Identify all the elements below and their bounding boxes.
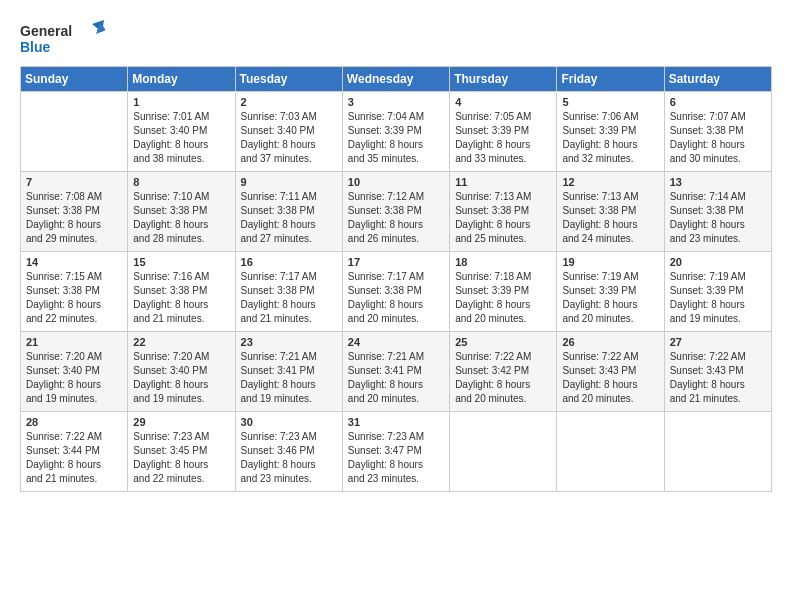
day-info: Sunrise: 7:22 AMSunset: 3:42 PMDaylight:… (455, 350, 551, 406)
day-info: Sunrise: 7:21 AMSunset: 3:41 PMDaylight:… (241, 350, 337, 406)
day-number: 16 (241, 256, 337, 268)
calendar-cell: 7Sunrise: 7:08 AMSunset: 3:38 PMDaylight… (21, 172, 128, 252)
day-info: Sunrise: 7:23 AMSunset: 3:45 PMDaylight:… (133, 430, 229, 486)
calendar-cell: 6Sunrise: 7:07 AMSunset: 3:38 PMDaylight… (664, 92, 771, 172)
day-info: Sunrise: 7:11 AMSunset: 3:38 PMDaylight:… (241, 190, 337, 246)
logo: General Blue (20, 20, 105, 58)
day-number: 7 (26, 176, 122, 188)
day-number: 9 (241, 176, 337, 188)
weekday-header-row: SundayMondayTuesdayWednesdayThursdayFrid… (21, 67, 772, 92)
day-info: Sunrise: 7:04 AMSunset: 3:39 PMDaylight:… (348, 110, 444, 166)
day-info: Sunrise: 7:22 AMSunset: 3:43 PMDaylight:… (562, 350, 658, 406)
calendar-cell (450, 412, 557, 492)
day-number: 19 (562, 256, 658, 268)
day-number: 25 (455, 336, 551, 348)
calendar-cell: 19Sunrise: 7:19 AMSunset: 3:39 PMDayligh… (557, 252, 664, 332)
day-number: 11 (455, 176, 551, 188)
calendar-cell: 18Sunrise: 7:18 AMSunset: 3:39 PMDayligh… (450, 252, 557, 332)
day-info: Sunrise: 7:05 AMSunset: 3:39 PMDaylight:… (455, 110, 551, 166)
day-number: 24 (348, 336, 444, 348)
calendar-table: SundayMondayTuesdayWednesdayThursdayFrid… (20, 66, 772, 492)
day-number: 27 (670, 336, 766, 348)
day-info: Sunrise: 7:23 AMSunset: 3:46 PMDaylight:… (241, 430, 337, 486)
day-number: 13 (670, 176, 766, 188)
day-number: 26 (562, 336, 658, 348)
weekday-header-friday: Friday (557, 67, 664, 92)
day-info: Sunrise: 7:13 AMSunset: 3:38 PMDaylight:… (562, 190, 658, 246)
calendar-cell: 31Sunrise: 7:23 AMSunset: 3:47 PMDayligh… (342, 412, 449, 492)
day-number: 6 (670, 96, 766, 108)
day-number: 31 (348, 416, 444, 428)
calendar-week-row: 14Sunrise: 7:15 AMSunset: 3:38 PMDayligh… (21, 252, 772, 332)
weekday-header-sunday: Sunday (21, 67, 128, 92)
weekday-header-thursday: Thursday (450, 67, 557, 92)
day-info: Sunrise: 7:20 AMSunset: 3:40 PMDaylight:… (26, 350, 122, 406)
day-number: 23 (241, 336, 337, 348)
page-container: General Blue SundayMondayTuesdayWednesda… (20, 20, 772, 492)
calendar-cell: 8Sunrise: 7:10 AMSunset: 3:38 PMDaylight… (128, 172, 235, 252)
calendar-cell: 14Sunrise: 7:15 AMSunset: 3:38 PMDayligh… (21, 252, 128, 332)
calendar-cell: 13Sunrise: 7:14 AMSunset: 3:38 PMDayligh… (664, 172, 771, 252)
day-info: Sunrise: 7:22 AMSunset: 3:44 PMDaylight:… (26, 430, 122, 486)
calendar-week-row: 1Sunrise: 7:01 AMSunset: 3:40 PMDaylight… (21, 92, 772, 172)
calendar-cell: 9Sunrise: 7:11 AMSunset: 3:38 PMDaylight… (235, 172, 342, 252)
calendar-cell: 15Sunrise: 7:16 AMSunset: 3:38 PMDayligh… (128, 252, 235, 332)
calendar-week-row: 28Sunrise: 7:22 AMSunset: 3:44 PMDayligh… (21, 412, 772, 492)
calendar-cell: 4Sunrise: 7:05 AMSunset: 3:39 PMDaylight… (450, 92, 557, 172)
calendar-cell: 30Sunrise: 7:23 AMSunset: 3:46 PMDayligh… (235, 412, 342, 492)
day-number: 20 (670, 256, 766, 268)
day-info: Sunrise: 7:17 AMSunset: 3:38 PMDaylight:… (241, 270, 337, 326)
calendar-cell: 21Sunrise: 7:20 AMSunset: 3:40 PMDayligh… (21, 332, 128, 412)
day-info: Sunrise: 7:12 AMSunset: 3:38 PMDaylight:… (348, 190, 444, 246)
svg-text:Blue: Blue (20, 39, 51, 55)
calendar-week-row: 21Sunrise: 7:20 AMSunset: 3:40 PMDayligh… (21, 332, 772, 412)
day-number: 29 (133, 416, 229, 428)
day-number: 21 (26, 336, 122, 348)
svg-text:General: General (20, 23, 72, 39)
day-number: 10 (348, 176, 444, 188)
calendar-cell: 12Sunrise: 7:13 AMSunset: 3:38 PMDayligh… (557, 172, 664, 252)
header: General Blue (20, 20, 772, 58)
day-number: 2 (241, 96, 337, 108)
day-info: Sunrise: 7:16 AMSunset: 3:38 PMDaylight:… (133, 270, 229, 326)
calendar-cell (664, 412, 771, 492)
day-number: 14 (26, 256, 122, 268)
day-info: Sunrise: 7:23 AMSunset: 3:47 PMDaylight:… (348, 430, 444, 486)
day-number: 28 (26, 416, 122, 428)
calendar-cell: 5Sunrise: 7:06 AMSunset: 3:39 PMDaylight… (557, 92, 664, 172)
day-info: Sunrise: 7:22 AMSunset: 3:43 PMDaylight:… (670, 350, 766, 406)
weekday-header-saturday: Saturday (664, 67, 771, 92)
day-info: Sunrise: 7:03 AMSunset: 3:40 PMDaylight:… (241, 110, 337, 166)
day-number: 5 (562, 96, 658, 108)
calendar-cell (21, 92, 128, 172)
calendar-cell: 27Sunrise: 7:22 AMSunset: 3:43 PMDayligh… (664, 332, 771, 412)
calendar-cell: 16Sunrise: 7:17 AMSunset: 3:38 PMDayligh… (235, 252, 342, 332)
day-info: Sunrise: 7:06 AMSunset: 3:39 PMDaylight:… (562, 110, 658, 166)
calendar-cell: 29Sunrise: 7:23 AMSunset: 3:45 PMDayligh… (128, 412, 235, 492)
day-info: Sunrise: 7:15 AMSunset: 3:38 PMDaylight:… (26, 270, 122, 326)
day-info: Sunrise: 7:01 AMSunset: 3:40 PMDaylight:… (133, 110, 229, 166)
day-info: Sunrise: 7:20 AMSunset: 3:40 PMDaylight:… (133, 350, 229, 406)
weekday-header-monday: Monday (128, 67, 235, 92)
day-info: Sunrise: 7:08 AMSunset: 3:38 PMDaylight:… (26, 190, 122, 246)
calendar-week-row: 7Sunrise: 7:08 AMSunset: 3:38 PMDaylight… (21, 172, 772, 252)
weekday-header-tuesday: Tuesday (235, 67, 342, 92)
day-info: Sunrise: 7:07 AMSunset: 3:38 PMDaylight:… (670, 110, 766, 166)
day-info: Sunrise: 7:21 AMSunset: 3:41 PMDaylight:… (348, 350, 444, 406)
day-info: Sunrise: 7:17 AMSunset: 3:38 PMDaylight:… (348, 270, 444, 326)
calendar-cell (557, 412, 664, 492)
calendar-cell: 25Sunrise: 7:22 AMSunset: 3:42 PMDayligh… (450, 332, 557, 412)
day-info: Sunrise: 7:19 AMSunset: 3:39 PMDaylight:… (562, 270, 658, 326)
calendar-cell: 2Sunrise: 7:03 AMSunset: 3:40 PMDaylight… (235, 92, 342, 172)
day-info: Sunrise: 7:13 AMSunset: 3:38 PMDaylight:… (455, 190, 551, 246)
day-number: 15 (133, 256, 229, 268)
calendar-cell: 22Sunrise: 7:20 AMSunset: 3:40 PMDayligh… (128, 332, 235, 412)
day-number: 8 (133, 176, 229, 188)
day-number: 18 (455, 256, 551, 268)
weekday-header-wednesday: Wednesday (342, 67, 449, 92)
calendar-cell: 23Sunrise: 7:21 AMSunset: 3:41 PMDayligh… (235, 332, 342, 412)
calendar-cell: 28Sunrise: 7:22 AMSunset: 3:44 PMDayligh… (21, 412, 128, 492)
day-number: 4 (455, 96, 551, 108)
day-info: Sunrise: 7:10 AMSunset: 3:38 PMDaylight:… (133, 190, 229, 246)
day-info: Sunrise: 7:14 AMSunset: 3:38 PMDaylight:… (670, 190, 766, 246)
